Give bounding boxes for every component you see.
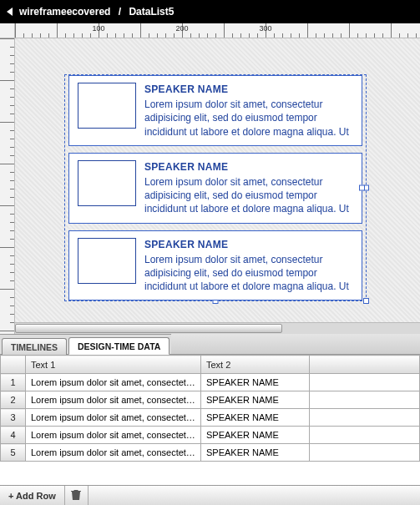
ruler-horizontal[interactable]: 100200300 [15,23,420,38]
ruler-tick [15,23,16,38]
breadcrumb: wireframeecovered / DataList5 [19,6,174,18]
ruler-tick [0,122,15,123]
ruler-tick [0,164,15,164]
cell-blank[interactable] [310,409,420,427]
cell-text2[interactable]: SPEAKER NAME [201,374,310,391]
ruler-vertical[interactable] [0,38,15,334]
resize-handle-e[interactable] [359,185,365,191]
ruler-tick [0,80,15,81]
speaker-name: SPEAKER NAME [144,238,353,251]
tab-timelines[interactable]: TIMELINES [2,338,67,355]
breadcrumb-item-1[interactable]: DataList5 [129,6,174,18]
delete-row-button[interactable] [65,486,89,505]
back-icon[interactable] [7,8,13,16]
breadcrumb-sep: / [119,6,121,18]
cell-blank[interactable] [310,374,420,391]
cell-blank[interactable] [310,427,420,444]
ruler-tick [0,38,15,39]
col-header-blank[interactable] [310,356,420,374]
grid-footer: + Add Row [0,485,420,505]
resize-handle-se[interactable] [363,298,369,304]
row-number[interactable]: 5 [1,444,26,462]
ruler-tick [140,23,141,38]
cell-blank[interactable] [310,444,420,462]
speaker-name: SPEAKER NAME [144,83,353,96]
bottom-panel: TIMELINES DESIGN-TIME DATA Text 1 Text 2… [0,334,420,505]
cell-text2[interactable]: SPEAKER NAME [201,391,310,409]
cell-text2[interactable]: SPEAKER NAME [201,444,310,462]
tabbar: TIMELINES DESIGN-TIME DATA [0,335,420,355]
ruler-label: 300 [259,24,271,33]
speaker-bio: Lorem ipsum dolor sit amet, consectetur … [144,175,353,216]
ruler-label: 200 [175,24,188,33]
row-number[interactable]: 4 [1,427,26,444]
speaker-bio: Lorem ipsum dolor sit amet, consectetur … [144,98,353,139]
scrollbar-thumb[interactable] [15,324,282,333]
ruler-tick [349,23,350,38]
cell-text1[interactable]: Lorem ipsum dolor sit amet, consectetur … [26,391,201,409]
image-placeholder [78,160,136,206]
table-row[interactable]: 4Lorem ipsum dolor sit amet, consectetur… [1,427,420,444]
row-number[interactable]: 2 [1,391,26,409]
cell-blank[interactable] [310,391,420,409]
add-row-button[interactable]: + Add Row [0,486,65,505]
list-item[interactable]: SPEAKER NAME Lorem ipsum dolor sit amet,… [68,75,362,146]
cell-text1[interactable]: Lorem ipsum dolor sit amet, consectetur … [26,444,201,462]
data-grid[interactable]: Text 1 Text 2 1Lorem ipsum dolor sit ame… [0,355,420,485]
ruler-tick [0,331,15,331]
col-header-rownum[interactable] [1,356,26,374]
ruler-tick [224,23,225,38]
table-header-row: Text 1 Text 2 [1,356,420,374]
col-header-text2[interactable]: Text 2 [201,356,310,374]
table-row[interactable]: 3Lorem ipsum dolor sit amet, consectetur… [1,409,420,427]
titlebar: wireframeecovered / DataList5 [0,0,420,23]
row-number[interactable]: 1 [1,374,26,391]
ruler-tick [0,205,15,206]
image-placeholder [78,83,136,129]
ruler-tick [0,289,15,290]
table-row[interactable]: 2Lorem ipsum dolor sit amet, consectetur… [1,391,420,409]
datalist-selection[interactable]: SPEAKER NAME Lorem ipsum dolor sit amet,… [65,75,366,300]
tabbar-fill [171,334,420,354]
horizontal-scrollbar[interactable] [15,322,420,334]
tab-design-time-data[interactable]: DESIGN-TIME DATA [68,337,170,355]
cell-text1[interactable]: Lorem ipsum dolor sit amet, consectetur … [26,409,201,427]
ruler-tick [307,23,308,38]
cell-text1[interactable]: Lorem ipsum dolor sit amet, consectetur … [26,427,201,444]
list-item[interactable]: SPEAKER NAME Lorem ipsum dolor sit amet,… [68,153,362,224]
cell-text2[interactable]: SPEAKER NAME [201,409,310,427]
table-row[interactable]: 5Lorem ipsum dolor sit amet, consectetur… [1,444,420,462]
trash-icon [71,489,81,502]
image-placeholder [78,238,136,284]
design-canvas-area: 100200300 SPEAKER NAME Lorem ipsum dolor… [0,23,420,334]
row-number[interactable]: 3 [1,409,26,427]
col-header-text1[interactable]: Text 1 [26,356,201,374]
design-canvas[interactable]: SPEAKER NAME Lorem ipsum dolor sit amet,… [15,38,420,334]
breadcrumb-item-0[interactable]: wireframeecovered [19,6,110,18]
ruler-tick [57,23,58,38]
cell-text1[interactable]: Lorem ipsum dolor sit amet, consectetur … [26,374,201,391]
ruler-tick [0,247,15,248]
cell-text2[interactable]: SPEAKER NAME [201,427,310,444]
speaker-name: SPEAKER NAME [144,160,353,174]
ruler-label: 100 [92,24,104,33]
list-item[interactable]: SPEAKER NAME Lorem ipsum dolor sit amet,… [68,230,362,301]
ruler-corner [0,23,15,38]
ruler-tick [391,23,392,38]
table-row[interactable]: 1Lorem ipsum dolor sit amet, consectetur… [1,374,420,391]
speaker-bio: Lorem ipsum dolor sit amet, consectetur … [144,253,353,294]
